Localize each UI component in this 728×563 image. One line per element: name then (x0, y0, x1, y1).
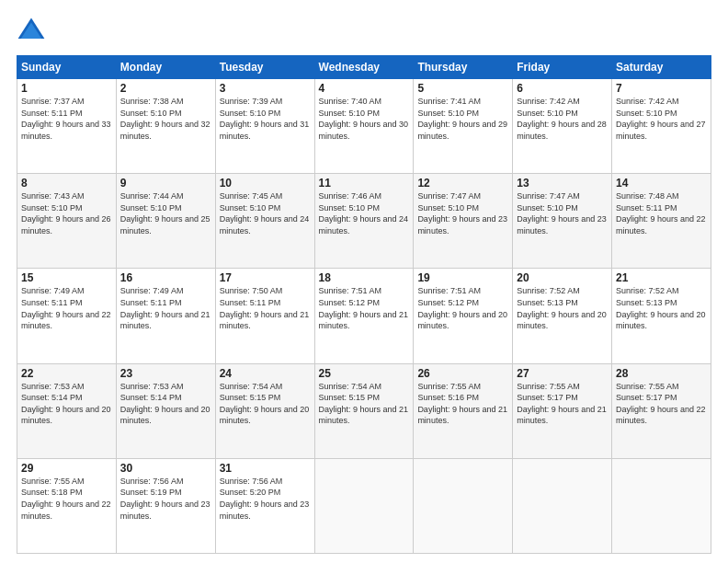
day-info: Sunrise: 7:49 AMSunset: 5:11 PMDaylight:… (21, 285, 112, 331)
day-cell: 22 Sunrise: 7:53 AMSunset: 5:14 PMDaylig… (17, 363, 117, 458)
day-info: Sunrise: 7:41 AMSunset: 5:10 PMDaylight:… (417, 96, 508, 142)
day-cell (513, 458, 612, 553)
weekday-monday: Monday (116, 56, 215, 79)
day-info: Sunrise: 7:47 AMSunset: 5:10 PMDaylight:… (417, 190, 508, 236)
week-row-3: 15 Sunrise: 7:49 AMSunset: 5:11 PMDaylig… (17, 269, 711, 363)
week-row-1: 1 Sunrise: 7:37 AMSunset: 5:11 PMDayligh… (17, 79, 711, 174)
day-number: 22 (21, 367, 112, 380)
day-number: 2 (120, 82, 211, 95)
day-cell: 8 Sunrise: 7:43 AMSunset: 5:10 PMDayligh… (17, 174, 117, 269)
day-number: 6 (517, 82, 608, 95)
day-info: Sunrise: 7:43 AMSunset: 5:10 PMDaylight:… (21, 190, 112, 236)
day-info: Sunrise: 7:48 AMSunset: 5:11 PMDaylight:… (616, 190, 707, 236)
day-number: 31 (220, 462, 311, 475)
day-number: 8 (21, 177, 112, 190)
day-info: Sunrise: 7:45 AMSunset: 5:10 PMDaylight:… (220, 190, 311, 236)
day-number: 1 (21, 82, 112, 95)
day-info: Sunrise: 7:38 AMSunset: 5:10 PMDaylight:… (120, 96, 211, 142)
day-info: Sunrise: 7:50 AMSunset: 5:11 PMDaylight:… (220, 285, 311, 331)
day-info: Sunrise: 7:51 AMSunset: 5:12 PMDaylight:… (319, 285, 410, 331)
header (17, 17, 711, 46)
weekday-tuesday: Tuesday (215, 56, 314, 79)
day-number: 5 (417, 82, 508, 95)
day-number: 15 (21, 271, 112, 284)
day-number: 27 (517, 367, 608, 380)
day-number: 3 (220, 82, 311, 95)
day-number: 12 (417, 177, 508, 190)
weekday-wednesday: Wednesday (314, 56, 414, 79)
day-cell: 27 Sunrise: 7:55 AMSunset: 5:17 PMDaylig… (513, 363, 612, 458)
day-info: Sunrise: 7:52 AMSunset: 5:13 PMDaylight:… (517, 285, 608, 331)
day-info: Sunrise: 7:53 AMSunset: 5:14 PMDaylight:… (120, 381, 211, 427)
day-info: Sunrise: 7:55 AMSunset: 5:18 PMDaylight:… (21, 476, 112, 522)
day-number: 14 (616, 177, 707, 190)
day-info: Sunrise: 7:46 AMSunset: 5:10 PMDaylight:… (319, 190, 410, 236)
day-cell: 9 Sunrise: 7:44 AMSunset: 5:10 PMDayligh… (116, 174, 215, 269)
day-info: Sunrise: 7:55 AMSunset: 5:17 PMDaylight:… (616, 381, 707, 427)
day-cell: 18 Sunrise: 7:51 AMSunset: 5:12 PMDaylig… (314, 269, 414, 363)
calendar-table: SundayMondayTuesdayWednesdayThursdayFrid… (17, 55, 711, 554)
day-info: Sunrise: 7:39 AMSunset: 5:10 PMDaylight:… (220, 96, 311, 142)
day-cell: 7 Sunrise: 7:42 AMSunset: 5:10 PMDayligh… (612, 79, 711, 174)
week-row-4: 22 Sunrise: 7:53 AMSunset: 5:14 PMDaylig… (17, 363, 711, 458)
weekday-friday: Friday (513, 56, 612, 79)
day-cell: 4 Sunrise: 7:40 AMSunset: 5:10 PMDayligh… (314, 79, 414, 174)
day-cell: 31 Sunrise: 7:56 AMSunset: 5:20 PMDaylig… (215, 458, 314, 553)
day-info: Sunrise: 7:55 AMSunset: 5:16 PMDaylight:… (417, 381, 508, 427)
weekday-sunday: Sunday (17, 56, 117, 79)
day-number: 29 (21, 462, 112, 475)
day-cell: 3 Sunrise: 7:39 AMSunset: 5:10 PMDayligh… (215, 79, 314, 174)
day-cell: 17 Sunrise: 7:50 AMSunset: 5:11 PMDaylig… (215, 269, 314, 363)
day-number: 19 (417, 271, 508, 284)
day-info: Sunrise: 7:52 AMSunset: 5:13 PMDaylight:… (616, 285, 707, 331)
day-info: Sunrise: 7:53 AMSunset: 5:14 PMDaylight:… (21, 381, 112, 427)
day-info: Sunrise: 7:42 AMSunset: 5:10 PMDaylight:… (517, 96, 608, 142)
day-info: Sunrise: 7:42 AMSunset: 5:10 PMDaylight:… (616, 96, 707, 142)
day-cell (612, 458, 711, 553)
day-info: Sunrise: 7:37 AMSunset: 5:11 PMDaylight:… (21, 96, 112, 142)
day-cell: 29 Sunrise: 7:55 AMSunset: 5:18 PMDaylig… (17, 458, 117, 553)
day-cell: 10 Sunrise: 7:45 AMSunset: 5:10 PMDaylig… (215, 174, 314, 269)
day-number: 26 (417, 367, 508, 380)
day-number: 30 (120, 462, 211, 475)
weekday-thursday: Thursday (414, 56, 513, 79)
day-number: 4 (319, 82, 410, 95)
day-number: 13 (517, 177, 608, 190)
day-number: 20 (517, 271, 608, 284)
day-cell: 6 Sunrise: 7:42 AMSunset: 5:10 PMDayligh… (513, 79, 612, 174)
day-info: Sunrise: 7:47 AMSunset: 5:10 PMDaylight:… (517, 190, 608, 236)
day-cell: 19 Sunrise: 7:51 AMSunset: 5:12 PMDaylig… (414, 269, 513, 363)
day-info: Sunrise: 7:44 AMSunset: 5:10 PMDaylight:… (120, 190, 211, 236)
week-row-2: 8 Sunrise: 7:43 AMSunset: 5:10 PMDayligh… (17, 174, 711, 269)
day-cell: 20 Sunrise: 7:52 AMSunset: 5:13 PMDaylig… (513, 269, 612, 363)
day-number: 16 (120, 271, 211, 284)
day-cell (314, 458, 414, 553)
day-info: Sunrise: 7:40 AMSunset: 5:10 PMDaylight:… (319, 96, 410, 142)
logo-icon (17, 17, 46, 46)
day-info: Sunrise: 7:55 AMSunset: 5:17 PMDaylight:… (517, 381, 608, 427)
day-info: Sunrise: 7:51 AMSunset: 5:12 PMDaylight:… (417, 285, 508, 331)
day-number: 17 (220, 271, 311, 284)
day-cell: 25 Sunrise: 7:54 AMSunset: 5:15 PMDaylig… (314, 363, 414, 458)
day-cell: 12 Sunrise: 7:47 AMSunset: 5:10 PMDaylig… (414, 174, 513, 269)
day-cell: 16 Sunrise: 7:49 AMSunset: 5:11 PMDaylig… (116, 269, 215, 363)
day-cell: 5 Sunrise: 7:41 AMSunset: 5:10 PMDayligh… (414, 79, 513, 174)
day-info: Sunrise: 7:56 AMSunset: 5:20 PMDaylight:… (220, 476, 311, 522)
day-cell: 15 Sunrise: 7:49 AMSunset: 5:11 PMDaylig… (17, 269, 117, 363)
day-cell: 24 Sunrise: 7:54 AMSunset: 5:15 PMDaylig… (215, 363, 314, 458)
day-cell: 23 Sunrise: 7:53 AMSunset: 5:14 PMDaylig… (116, 363, 215, 458)
day-cell: 30 Sunrise: 7:56 AMSunset: 5:19 PMDaylig… (116, 458, 215, 553)
day-info: Sunrise: 7:54 AMSunset: 5:15 PMDaylight:… (220, 381, 311, 427)
day-number: 7 (616, 82, 707, 95)
day-cell: 14 Sunrise: 7:48 AMSunset: 5:11 PMDaylig… (612, 174, 711, 269)
day-cell: 28 Sunrise: 7:55 AMSunset: 5:17 PMDaylig… (612, 363, 711, 458)
weekday-saturday: Saturday (612, 56, 711, 79)
page: SundayMondayTuesdayWednesdayThursdayFrid… (0, 0, 728, 563)
day-number: 11 (319, 177, 410, 190)
day-number: 28 (616, 367, 707, 380)
week-row-5: 29 Sunrise: 7:55 AMSunset: 5:18 PMDaylig… (17, 458, 711, 553)
day-cell: 11 Sunrise: 7:46 AMSunset: 5:10 PMDaylig… (314, 174, 414, 269)
day-number: 23 (120, 367, 211, 380)
day-cell (414, 458, 513, 553)
day-cell: 1 Sunrise: 7:37 AMSunset: 5:11 PMDayligh… (17, 79, 117, 174)
